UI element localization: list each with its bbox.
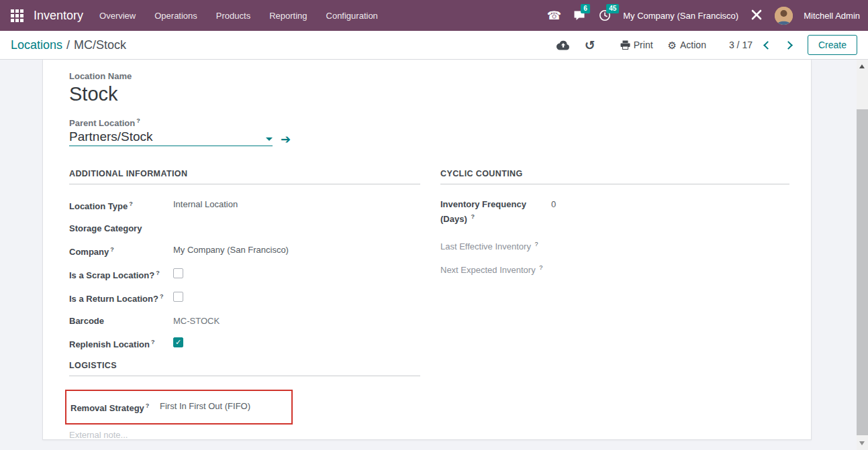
field-row-last-effective-inventory: Last Effective Inventory ? <box>440 238 789 253</box>
barcode-label: Barcode <box>69 315 173 327</box>
help-marker: ? <box>535 241 538 247</box>
user-avatar[interactable] <box>775 7 793 25</box>
tools-icon <box>751 9 763 21</box>
inventory-frequency-label: Inventory Frequency (Days) ? <box>440 198 551 225</box>
apps-menu-icon[interactable] <box>5 4 28 27</box>
menu-overview[interactable]: Overview <box>90 0 145 31</box>
return-location-label-text: Is a Return Location? <box>69 294 158 304</box>
section-logistics: LOGISTICS Removal Strategy? First In Fir… <box>69 361 420 440</box>
parent-location-label: Parent Location? <box>69 117 789 128</box>
pager-next-icon[interactable] <box>784 41 793 50</box>
barcode-value[interactable]: MC-STOCK <box>173 315 220 327</box>
activities-menu[interactable]: 45 <box>597 7 612 23</box>
menu-reporting[interactable]: Reporting <box>260 0 316 31</box>
user-menu[interactable]: Mitchell Admin <box>804 11 860 21</box>
breadcrumb-locations-link[interactable]: Locations <box>11 38 62 52</box>
vertical-scrollbar[interactable] <box>857 60 868 450</box>
activities-badge: 45 <box>606 4 619 13</box>
removal-strategy-value[interactable]: First In First Out (FIFO) <box>160 400 250 414</box>
internal-link-arrow-icon[interactable]: ➔ <box>281 133 291 147</box>
help-marker: ? <box>129 201 133 207</box>
pager-previous-icon[interactable] <box>763 41 772 50</box>
caret-down-icon[interactable] <box>266 137 273 141</box>
breadcrumb-current: MC/Stock <box>74 38 126 52</box>
barcode-label-text: Barcode <box>69 316 104 326</box>
help-marker: ? <box>539 264 542 271</box>
voip-phone-icon[interactable]: ☎ <box>546 7 561 23</box>
messages-menu[interactable]: 6 <box>572 7 587 23</box>
last-effective-inventory-label: Last Effective Inventory ? <box>440 238 551 253</box>
field-row-storage-category: Storage Category <box>69 222 420 235</box>
help-marker: ? <box>110 246 114 253</box>
breadcrumb-separator: / <box>66 38 70 52</box>
scrollbar-down-arrow-icon[interactable] <box>859 441 865 445</box>
menu-operations[interactable]: Operations <box>145 0 207 31</box>
help-marker: ? <box>471 213 475 220</box>
form-view-background: Location Name Stock Parent Location? Par… <box>0 60 857 450</box>
parent-location-label-text: Parent Location <box>69 118 135 128</box>
company-switcher[interactable]: My Company (San Francisco) <box>623 11 738 21</box>
app-brand[interactable]: Inventory <box>34 9 83 23</box>
control-panel: Locations/MC/Stock ↺ Print ⚙ Action 3 / … <box>0 31 868 60</box>
help-marker: ? <box>146 402 150 409</box>
action-menu-button[interactable]: ⚙ Action <box>664 37 710 53</box>
removal-strategy-highlight-box: Removal Strategy? First In First Out (FI… <box>65 390 293 425</box>
return-location-label: Is a Return Location?? <box>69 290 173 305</box>
parent-location-input[interactable]: Partners/Stock <box>69 129 273 146</box>
create-button[interactable]: Create <box>808 35 857 55</box>
location-type-value[interactable]: Internal Location <box>173 198 238 213</box>
storage-category-label-text: Storage Category <box>69 223 142 233</box>
discard-button[interactable]: ↺ <box>580 35 600 55</box>
help-marker: ? <box>151 339 155 345</box>
external-note-input[interactable]: External note... <box>69 430 420 440</box>
scrollbar-up-arrow-icon[interactable] <box>859 64 865 68</box>
save-indicator-button[interactable] <box>553 35 573 55</box>
menu-configuration[interactable]: Configuration <box>317 0 387 31</box>
storage-category-label: Storage Category <box>69 222 173 235</box>
messages-badge: 6 <box>581 4 590 13</box>
action-label: Action <box>680 40 706 50</box>
return-location-checkbox[interactable]: ✓ <box>173 292 183 302</box>
scrap-location-checkbox[interactable]: ✓ <box>173 268 183 278</box>
section-cyclic-counting: CYCLIC COUNTING Inventory Frequency (Day… <box>440 169 789 285</box>
avatar-image <box>775 7 793 25</box>
section-additional-information: ADDITIONAL INFORMATION Location Type? In… <box>69 169 420 440</box>
replenish-location-label-text: Replenish Location <box>69 339 150 349</box>
field-row-location-type: Location Type? Internal Location <box>69 198 420 213</box>
next-expected-inventory-label-text: Next Expected Inventory <box>440 265 536 275</box>
next-expected-inventory-label: Next Expected Inventory ? <box>440 262 551 276</box>
location-name-input[interactable]: Stock <box>69 83 789 105</box>
cloud-upload-icon <box>557 40 570 50</box>
removal-strategy-label: Removal Strategy? <box>70 400 160 414</box>
parent-location-value[interactable]: Partners/Stock <box>69 129 153 144</box>
field-row-barcode: Barcode MC-STOCK <box>69 315 420 327</box>
replenish-location-checkbox[interactable]: ✓ <box>173 337 183 347</box>
location-type-label: Location Type? <box>69 198 173 213</box>
print-label: Print <box>634 40 653 50</box>
removal-strategy-label-text: Removal Strategy <box>70 403 144 413</box>
undo-icon: ↺ <box>585 39 595 52</box>
field-row-inventory-frequency: Inventory Frequency (Days) ? 0 <box>440 198 789 225</box>
scrollbar-thumb[interactable] <box>857 109 868 435</box>
debug-tools-menu[interactable] <box>749 7 764 23</box>
menu-products[interactable]: Products <box>207 0 260 31</box>
inventory-frequency-label-text: Inventory Frequency (Days) <box>440 199 526 224</box>
print-button[interactable]: Print <box>616 37 657 53</box>
inventory-frequency-value[interactable]: 0 <box>551 198 556 225</box>
company-value[interactable]: My Company (San Francisco) <box>173 243 289 258</box>
breadcrumb: Locations/MC/Stock <box>11 38 126 52</box>
field-row-next-expected-inventory: Next Expected Inventory ? <box>440 262 789 276</box>
main-menu: Overview Operations Products Reporting C… <box>90 0 387 31</box>
logistics-title: LOGISTICS <box>69 361 420 376</box>
additional-information-title: ADDITIONAL INFORMATION <box>69 169 420 184</box>
form-sheet: Location Name Stock Parent Location? Par… <box>42 60 812 440</box>
top-navbar: Inventory Overview Operations Products R… <box>0 0 868 31</box>
help-marker: ? <box>160 293 164 300</box>
phone-icon: ☎ <box>547 10 561 21</box>
field-row-return-location: Is a Return Location?? ✓ <box>69 290 420 305</box>
pager-counter: 3 / 17 <box>729 40 753 50</box>
field-row-replenish-location: Replenish Location? ✓ <box>69 336 420 351</box>
help-marker: ? <box>156 270 160 276</box>
location-type-label-text: Location Type <box>69 202 128 212</box>
parent-location-help-marker: ? <box>136 117 140 124</box>
